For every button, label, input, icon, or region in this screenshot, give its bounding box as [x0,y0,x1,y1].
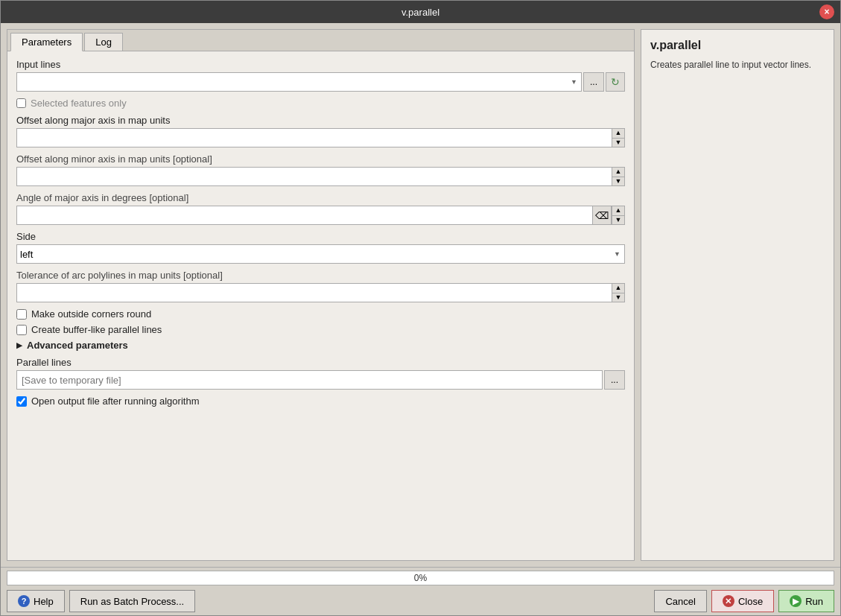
left-panel: Parameters Log Input lines [7,29,635,561]
batch-process-button[interactable]: Run as Batch Process... [69,590,195,612]
parallel-lines-label: Parallel lines [16,357,625,368]
help-button[interactable]: ? Help [7,590,65,612]
input-lines-browse-button[interactable]: ... [583,72,604,92]
selected-features-label[interactable]: Selected features only [31,98,127,109]
parallel-lines-group: Parallel lines ... [16,357,625,390]
tolerance-row: Not set ▲ ▼ [16,283,625,302]
offset-minor-input[interactable]: Not set [16,167,612,186]
create-buffer-label[interactable]: Create buffer-like parallel lines [31,324,162,335]
open-output-row: Open output file after running algorithm [16,396,625,407]
advanced-toggle[interactable]: ▶ Advanced parameters [16,340,625,351]
offset-minor-spinner-wrapper: Not set ▲ ▼ [16,167,625,186]
tolerance-up[interactable]: ▲ [612,283,625,293]
side-group: Side left right both [16,231,625,264]
create-buffer-checkbox[interactable] [16,325,27,335]
parallel-lines-row: ... [16,370,625,390]
offset-major-spinner-wrapper: 1.000000 ▲ ▼ [16,128,625,147]
offset-minor-row: Not set ▲ ▼ [16,167,625,186]
offset-minor-label: Offset along minor axis in map units [op… [16,153,625,165]
input-lines-refresh-button[interactable]: ↻ [606,72,625,92]
angle-major-group: Angle of major axis in degrees [optional… [16,192,625,225]
tab-log[interactable]: Log [84,33,123,51]
make-corners-checkbox[interactable] [16,309,27,320]
make-corners-label[interactable]: Make outside corners round [31,308,151,320]
tolerance-spinner-wrapper: Not set ▲ ▼ [16,283,625,302]
progress-bar-container: 0% [7,571,834,585]
offset-minor-group: Offset along minor axis in map units [op… [16,153,625,186]
right-buttons: Cancel ✕ Close ▶ Run [654,590,834,612]
right-panel-title: v.parallel [650,39,825,52]
tolerance-spinner: ▲ ▼ [612,283,625,302]
close-button[interactable]: ✕ Close [711,590,774,612]
open-output-checkbox[interactable] [16,396,27,407]
tolerance-input[interactable]: Not set [16,283,612,302]
run-button[interactable]: ▶ Run [778,590,834,612]
angle-major-row: 0.000000 ⌫ ▲ ▼ [16,206,625,225]
create-buffer-row: Create buffer-like parallel lines [16,324,625,335]
window-title: v.parallel [402,7,439,18]
angle-major-down[interactable]: ▼ [612,215,625,226]
input-lines-select[interactable] [16,72,582,92]
side-select[interactable]: left right both [16,244,625,264]
input-lines-select-wrapper [16,72,582,92]
side-select-wrapper: left right both [16,244,625,264]
advanced-toggle-icon: ▶ [16,341,22,349]
bottom-bar: 0% ? Help Run as Batch Process... Cancel… [1,567,840,615]
selected-features-checkbox[interactable] [16,98,26,108]
angle-major-spinner-wrapper: 0.000000 ⌫ ▲ ▼ [16,206,625,225]
cancel-button[interactable]: Cancel [654,590,706,612]
left-buttons: ? Help Run as Batch Process... [7,590,195,612]
input-lines-label: Input lines [16,59,625,70]
advanced-label: Advanced parameters [27,340,128,351]
tolerance-down[interactable]: ▼ [612,293,625,303]
side-label: Side [16,231,625,242]
offset-minor-down[interactable]: ▼ [612,177,625,187]
open-output-label[interactable]: Open output file after running algorithm [31,396,199,407]
close-window-button[interactable]: × [819,4,834,19]
help-icon: ? [18,595,30,607]
selected-features-row: Selected features only [16,98,625,109]
make-corners-row: Make outside corners round [16,308,625,320]
offset-minor-spinner: ▲ ▼ [612,167,625,186]
button-row: ? Help Run as Batch Process... Cancel ✕ … [7,590,834,612]
offset-major-input[interactable]: 1.000000 [16,128,612,147]
right-panel-description: Creates parallel line to input vector li… [650,58,825,72]
params-content: Input lines ... ↻ [7,51,634,560]
input-lines-row: ... ↻ [16,72,625,92]
offset-major-group: Offset along major axis in map units 1.0… [16,115,625,147]
offset-major-down[interactable]: ▼ [612,138,625,148]
advanced-section: ▶ Advanced parameters [16,340,625,351]
input-lines-group: Input lines ... ↻ [16,59,625,92]
offset-major-label: Offset along major axis in map units [16,115,625,126]
tolerance-group: Tolerance of arc polylines in map units … [16,270,625,302]
main-window: v.parallel × Parameters Log Input lines [0,0,841,616]
tabs-bar: Parameters Log [7,30,634,51]
close-icon: ✕ [723,595,734,607]
offset-major-spinner: ▲ ▼ [612,128,625,147]
progress-label: 0% [414,573,427,583]
right-panel: v.parallel Creates parallel line to inpu… [641,29,834,561]
angle-major-clear-button[interactable]: ⌫ [592,206,612,225]
offset-minor-up[interactable]: ▲ [612,167,625,177]
main-content: Parameters Log Input lines [1,23,840,567]
angle-major-input[interactable]: 0.000000 [16,206,592,225]
angle-major-spinner: ▲ ▼ [612,206,625,225]
parallel-lines-input[interactable] [16,370,603,390]
angle-major-up[interactable]: ▲ [612,206,625,215]
tolerance-label: Tolerance of arc polylines in map units … [16,270,625,281]
offset-major-row: 1.000000 ▲ ▼ [16,128,625,147]
tab-parameters[interactable]: Parameters [10,33,83,51]
run-icon: ▶ [790,595,802,607]
titlebar: v.parallel × [1,1,840,23]
parallel-lines-browse-button[interactable]: ... [604,370,625,390]
angle-major-label: Angle of major axis in degrees [optional… [16,192,625,203]
side-row: left right both [16,244,625,264]
offset-major-up[interactable]: ▲ [612,128,625,138]
